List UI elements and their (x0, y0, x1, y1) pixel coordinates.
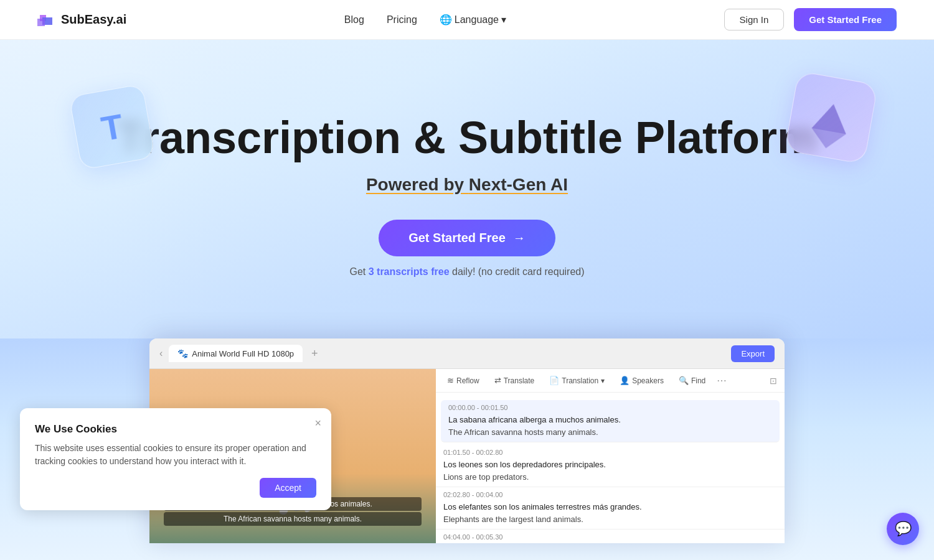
reflow-icon: ≋ (447, 376, 454, 385)
speakers-icon: 👤 (620, 376, 630, 385)
toolbar-more-icon[interactable]: ⋯ (717, 375, 727, 386)
get-started-hero-button[interactable]: Get Started Free → (379, 220, 555, 256)
logo-area: SubEasy.ai (37, 12, 126, 27)
chat-icon: 💬 (895, 521, 912, 537)
transcript-rows: 00:00.00 - 00:01.50 La sabana africana a… (436, 393, 785, 543)
cookie-accept-button[interactable]: Accept (260, 478, 316, 498)
nav-language[interactable]: 🌐 Language ▾ (440, 14, 506, 26)
transcript-row: 01:01.50 - 00:02.80 Los leones son los d… (436, 445, 785, 487)
translate-icon: ⇄ (494, 376, 501, 385)
toolbar-translate[interactable]: ⇄ Translate (491, 374, 539, 387)
toolbar-translation[interactable]: 📄 Translation ▾ (545, 374, 608, 387)
cookie-close-button[interactable]: × (314, 417, 321, 430)
signin-button[interactable]: Sign In (724, 9, 785, 30)
logo-text: SubEasy.ai (61, 12, 126, 27)
toolbar-speakers[interactable]: 👤 Speakers (616, 374, 667, 387)
toolbar-settings-icon[interactable]: ⊡ (770, 376, 777, 386)
toolbar-reflow[interactable]: ≋ Reflow (443, 374, 483, 387)
cookie-text: This website uses essential cookies to e… (35, 442, 316, 468)
close-icon: × (314, 417, 321, 429)
free-highlight: 3 transcripts free (369, 266, 450, 277)
video-subtitle-2: The African savanna hosts many animals. (164, 512, 422, 526)
transcript-toolbar: ≋ Reflow ⇄ Translate 📄 Translation ▾ 👤 (436, 369, 785, 393)
nav-pricing[interactable]: Pricing (387, 14, 417, 26)
tab-add-icon[interactable]: + (309, 347, 321, 360)
logo-icon (37, 12, 56, 27)
float-diamond-decoration (791, 77, 872, 158)
transcript-panel: ≋ Reflow ⇄ Translate 📄 Translation ▾ 👤 (436, 369, 785, 543)
cookie-banner: We Use Cookies This website uses essenti… (20, 408, 331, 510)
arrow-right-icon: → (513, 231, 526, 245)
hero-title: Transcription & Subtitle Platform (117, 113, 817, 162)
find-icon: 🔍 (679, 376, 689, 385)
t-letter-icon: T (98, 105, 126, 149)
browser-back-icon[interactable]: ‹ (159, 348, 163, 359)
chat-button[interactable]: 💬 (887, 513, 919, 545)
get-started-nav-button[interactable]: Get Started Free (794, 8, 897, 31)
diamond-shape-icon (812, 101, 851, 134)
cookie-title: We Use Cookies (35, 423, 316, 436)
chevron-down-icon: ▾ (501, 14, 506, 26)
hero-subtitle: Powered by Next-Gen AI (366, 175, 568, 195)
header-actions: Sign In Get Started Free (724, 8, 897, 31)
hero-free-text: Get 3 transcripts free daily! (no credit… (349, 266, 584, 278)
transcript-row: 04:04.00 - 00:05.30 Las cebras son conoc… (436, 530, 785, 543)
tab-favicon-icon: 🐾 (177, 348, 188, 358)
browser-bar: ‹ 🐾 Animal World Full HD 1080p + Export (149, 338, 785, 369)
header: SubEasy.ai Blog Pricing 🌐 Language ▾ Sig… (0, 0, 934, 40)
export-button[interactable]: Export (731, 345, 775, 362)
browser-tab[interactable]: 🐾 Animal World Full HD 1080p (169, 345, 303, 362)
main-nav: Blog Pricing 🌐 Language ▾ (344, 14, 506, 26)
globe-icon: 🌐 (440, 14, 452, 26)
translation-chevron-icon: ▾ (601, 376, 605, 385)
hero-section: T Transcription & Subtitle Platform Powe… (0, 40, 934, 338)
float-t-decoration: T (75, 90, 149, 164)
transcript-row: 02:02.80 - 00:04.00 Los elefantes son lo… (436, 487, 785, 530)
toolbar-find[interactable]: 🔍 Find (675, 374, 709, 387)
hero-subtitle-highlight: Next-Gen AI (469, 175, 568, 194)
translation-icon: 📄 (549, 376, 559, 385)
transcript-row: 00:00.00 - 00:01.50 La sabana africana a… (441, 400, 780, 442)
nav-blog[interactable]: Blog (344, 14, 364, 26)
